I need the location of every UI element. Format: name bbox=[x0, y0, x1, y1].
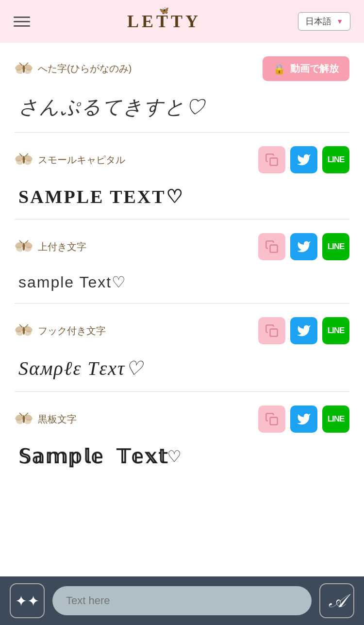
butterfly-icon-hook bbox=[15, 323, 33, 338]
svg-rect-30 bbox=[270, 329, 278, 337]
section-blackboard-title-wrap: 黒板文字 bbox=[15, 411, 77, 427]
section-hook-title-wrap: フック付き文字 bbox=[15, 323, 106, 338]
section-heta-header: へた字(ひらがなのみ) 🔒 動画で解放 bbox=[15, 56, 349, 81]
butterfly-icon-small-caps bbox=[15, 152, 33, 168]
svg-rect-38 bbox=[270, 418, 278, 425]
main-content: へた字(ひらがなのみ) 🔒 動画で解放 さんぷるてきすと♡ bbox=[0, 43, 364, 539]
blackboard-action-buttons: LINE bbox=[258, 405, 349, 433]
svg-point-11 bbox=[23, 156, 25, 164]
sparkle-icon: ✦✦ bbox=[15, 592, 39, 609]
section-hook: フック付き文字 LINE Ѕαмρℓε Тεх bbox=[15, 304, 349, 392]
line-button-small-caps[interactable]: LINE bbox=[322, 146, 349, 173]
section-superscript-title-wrap: 上付き文字 bbox=[15, 239, 86, 254]
svg-point-19 bbox=[23, 243, 25, 251]
language-selector[interactable]: 日本語 ▼ bbox=[298, 12, 350, 31]
svg-point-27 bbox=[23, 327, 25, 335]
section-blackboard-header: 黒板文字 LINE bbox=[15, 405, 349, 433]
butterfly-icon-blackboard bbox=[15, 411, 33, 427]
font-icon: 𝒜 bbox=[329, 590, 345, 612]
section-superscript: 上付き文字 LINE sampl bbox=[15, 220, 349, 304]
section-hook-label: フック付き文字 bbox=[38, 324, 106, 338]
butterfly-icon-superscript bbox=[15, 239, 33, 254]
copy-button-blackboard[interactable] bbox=[258, 405, 285, 433]
bottom-bar: ✦✦ 𝒜 bbox=[0, 576, 364, 625]
logo: 🦋 LETTY bbox=[127, 13, 201, 30]
text-input[interactable] bbox=[52, 586, 312, 615]
logo-text: LETTY bbox=[127, 13, 201, 30]
copy-button-small-caps[interactable] bbox=[258, 146, 285, 173]
line-icon-text-4: LINE bbox=[328, 414, 345, 424]
blackboard-sample-text: 𝕊𝕒𝕞𝕡𝕝𝕖 𝕋𝕖𝕩𝕥♡ bbox=[15, 441, 349, 471]
svg-point-4 bbox=[23, 65, 25, 73]
svg-point-35 bbox=[23, 415, 25, 423]
hook-action-buttons: LINE bbox=[258, 317, 349, 344]
section-hook-header: フック付き文字 LINE bbox=[15, 317, 349, 344]
line-icon-text-2: LINE bbox=[328, 242, 345, 252]
section-blackboard: 黒板文字 LINE 𝕊𝕒𝕞𝕡𝕝𝕖 bbox=[15, 392, 349, 481]
copy-button-superscript[interactable] bbox=[258, 233, 285, 260]
small-caps-sample-text: SAMPLE TEXT♡ bbox=[15, 182, 349, 209]
superscript-action-buttons: LINE bbox=[258, 233, 349, 260]
section-heta-label: へた字(ひらがなのみ) bbox=[38, 62, 132, 75]
section-heta-title-wrap: へた字(ひらがなのみ) bbox=[15, 61, 132, 77]
copy-button-hook[interactable] bbox=[258, 317, 285, 344]
butterfly-icon-heta bbox=[15, 61, 33, 77]
unlock-button[interactable]: 🔒 動画で解放 bbox=[263, 56, 349, 81]
section-blackboard-label: 黒板文字 bbox=[38, 413, 77, 426]
unlock-label: 動画で解放 bbox=[290, 62, 339, 75]
line-button-superscript[interactable]: LINE bbox=[322, 233, 349, 260]
small-caps-action-buttons: LINE bbox=[258, 146, 349, 173]
lock-icon: 🔒 bbox=[273, 63, 285, 75]
twitter-button-hook[interactable] bbox=[290, 317, 317, 344]
section-superscript-label: 上付き文字 bbox=[38, 240, 86, 253]
section-small-caps: スモールキャピタル LINE SAMPLE T bbox=[15, 133, 349, 220]
twitter-button-blackboard[interactable] bbox=[290, 405, 317, 433]
superscript-sample-text: sample Text♡ bbox=[15, 269, 349, 293]
section-superscript-header: 上付き文字 LINE bbox=[15, 233, 349, 260]
section-heta: へた字(ひらがなのみ) 🔒 動画で解放 さんぷるてきすと♡ bbox=[15, 43, 349, 133]
twitter-button-superscript[interactable] bbox=[290, 233, 317, 260]
section-small-caps-title-wrap: スモールキャピタル bbox=[15, 152, 125, 168]
sparkle-button[interactable]: ✦✦ bbox=[10, 583, 45, 618]
chevron-down-icon: ▼ bbox=[336, 17, 343, 25]
svg-rect-22 bbox=[270, 245, 278, 253]
line-icon-text-3: LINE bbox=[328, 326, 345, 336]
header: 🦋 LETTY 日本語 ▼ bbox=[0, 0, 364, 43]
language-label: 日本語 bbox=[305, 16, 331, 27]
heta-sample-text: さんぷるてきすと♡ bbox=[15, 90, 349, 122]
menu-button[interactable] bbox=[14, 17, 30, 27]
twitter-button-small-caps[interactable] bbox=[290, 146, 317, 173]
section-small-caps-label: スモールキャピタル bbox=[38, 153, 125, 167]
line-button-hook[interactable]: LINE bbox=[322, 317, 349, 344]
svg-rect-14 bbox=[270, 158, 278, 166]
section-small-caps-header: スモールキャピタル LINE bbox=[15, 146, 349, 173]
line-icon-text: LINE bbox=[328, 155, 345, 165]
line-button-blackboard[interactable]: LINE bbox=[322, 405, 349, 433]
font-style-button[interactable]: 𝒜 bbox=[319, 583, 354, 618]
hook-sample-text: Ѕαмρℓε Тεхτ♡ bbox=[15, 353, 349, 382]
